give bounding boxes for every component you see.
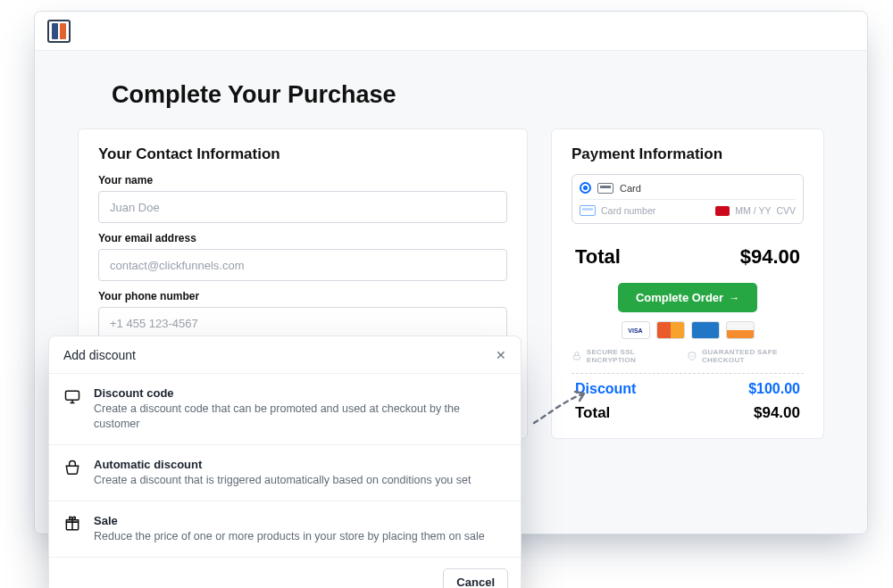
card-outline-icon [580,205,596,216]
mastercard-mini-icon [715,206,730,216]
card-expiry-placeholder[interactable]: MM / YY [735,205,771,216]
discover-icon [726,321,755,339]
summary-discount-label: Discount [575,381,636,397]
name-label: Your name [98,174,507,186]
trust-guarantee-text: Guaranteed Safe Checkout [702,348,804,364]
email-input[interactable] [98,249,507,281]
close-icon[interactable]: ✕ [496,348,506,362]
option-title: Discount code [94,386,506,400]
cancel-button[interactable]: Cancel [443,568,508,589]
payment-heading: Payment Information [572,145,804,163]
option-discount-code[interactable]: Discount code Create a discount code tha… [49,373,521,444]
topbar [35,12,867,51]
option-desc: Create a discount that is triggered auto… [94,473,471,488]
svg-rect-1 [66,391,79,400]
summary-discount-value: $100.00 [748,381,800,397]
summary-total-value: $94.00 [754,404,800,422]
monitor-icon [63,387,81,405]
phone-label: Your phone number [98,290,507,302]
summary-total-label: Total [575,404,610,422]
lock-icon [572,350,582,362]
card-radio-icon[interactable] [580,182,591,194]
phone-input[interactable] [98,307,507,339]
name-input[interactable] [98,191,507,223]
email-label: Your email address [98,232,507,244]
page-title: Complete Your Purchase [112,81,824,109]
payment-total-value: $94.00 [740,245,800,269]
clickfunnels-logo-icon [47,20,71,43]
option-automatic-discount[interactable]: Automatic discount Create a discount tha… [49,444,521,501]
gift-icon [63,515,81,533]
arrow-right-icon: → [729,292,739,304]
option-sale[interactable]: Sale Reduce the price of one or more pro… [49,501,521,557]
summary-total-row: Total $94.00 [572,397,804,422]
card-method-label: Card [620,183,641,194]
mastercard-icon [656,321,685,339]
summary-discount-row: Discount $100.00 [572,374,804,397]
option-desc: Reduce the price of one or more products… [94,529,485,544]
complete-order-button[interactable]: Complete Order → [618,283,757,312]
card-brand-logos: VISA [572,321,804,339]
complete-order-label: Complete Order [636,291,723,304]
option-title: Sale [94,514,485,527]
option-title: Automatic discount [94,458,471,471]
add-discount-modal: Add discount ✕ Discount code Create a di… [48,335,522,588]
contact-heading: Your Contact Information [98,145,507,163]
card-number-placeholder[interactable]: Card number [601,205,655,216]
option-desc: Create a discount code that can be promo… [94,402,506,432]
modal-title: Add discount [63,348,136,362]
basket-icon [63,459,81,476]
trust-secure-text: Secure SSL Encryption [587,348,671,364]
payment-total-row: Total $94.00 [572,231,804,283]
amex-icon [691,321,720,339]
visa-icon: VISA [622,321,650,339]
card-icon [597,183,613,194]
shield-check-icon [687,350,697,362]
trust-row: Secure SSL Encryption Guaranteed Safe Ch… [572,348,804,374]
payment-card: Payment Information Card Card number MM … [551,128,824,439]
card-method-box[interactable]: Card Card number MM / YY CVV [572,174,804,224]
payment-total-label: Total [575,245,621,269]
svg-rect-0 [573,356,580,360]
card-cvv-placeholder[interactable]: CVV [776,205,796,216]
